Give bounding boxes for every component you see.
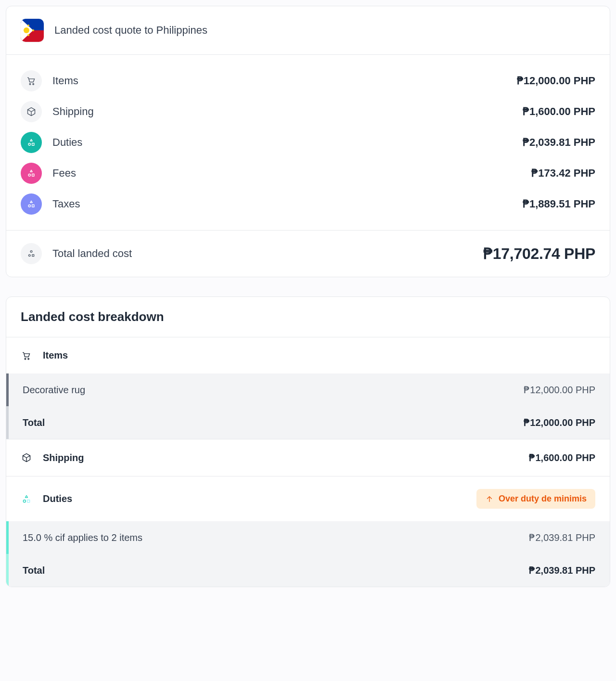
svg-rect-14: [27, 500, 30, 502]
duty-label: 15.0 % cif applies to 2 items: [23, 532, 529, 543]
cart-icon: [21, 70, 42, 91]
total-label: Total landed cost: [52, 247, 473, 260]
total-icon: [21, 243, 42, 264]
summary-total: Total landed cost ₱17,702.74 PHP: [6, 230, 610, 277]
row-value: ₱2,039.81 PHP: [523, 136, 595, 149]
breakdown-duties-row: 15.0 % cif applies to 2 items ₱2,039.81 …: [6, 521, 610, 554]
total-label: Total: [23, 417, 524, 428]
svg-point-4: [28, 174, 31, 177]
breakdown-items-header: Items: [6, 337, 610, 373]
de-minimis-badge: Over duty de minimis: [476, 489, 595, 509]
summary-card: Landed cost quote to Philippines Items ₱…: [6, 6, 610, 277]
flag-icon-philippines: [21, 19, 44, 42]
shapes-icon: [21, 494, 32, 504]
shapes-icon: [21, 163, 42, 184]
total-value: ₱17,702.74 PHP: [483, 244, 595, 263]
summary-row-duties: Duties ₱2,039.81 PHP: [21, 127, 595, 158]
svg-point-13: [23, 500, 26, 502]
badge-text: Over duty de minimis: [499, 494, 587, 504]
svg-point-2: [28, 143, 31, 146]
row-value: ₱1,600.00 PHP: [523, 105, 595, 118]
summary-header: Landed cost quote to Philippines: [6, 6, 610, 55]
total-value: ₱12,000.00 PHP: [524, 417, 595, 428]
row-label: Items: [52, 75, 506, 87]
item-label: Decorative rug: [23, 385, 524, 396]
summary-body: Items ₱12,000.00 PHP Shipping ₱1,600.00 …: [6, 55, 610, 230]
summary-title: Landed cost quote to Philippines: [54, 24, 207, 37]
duty-value: ₱2,039.81 PHP: [529, 532, 595, 543]
svg-point-0: [29, 83, 31, 85]
summary-row-fees: Fees ₱173.42 PHP: [21, 158, 595, 189]
row-label: Duties: [52, 136, 512, 149]
svg-point-8: [30, 251, 32, 253]
shapes-icon: [21, 193, 42, 215]
arrow-up-icon: [485, 495, 494, 503]
svg-point-11: [25, 358, 26, 360]
row-value: ₱12,000.00 PHP: [517, 75, 595, 87]
breakdown-shipping-header: Shipping ₱1,600.00 PHP: [6, 439, 610, 476]
breakdown-items-total: Total ₱12,000.00 PHP: [6, 406, 610, 439]
section-value: ₱1,600.00 PHP: [529, 452, 595, 463]
cart-icon: [21, 351, 32, 360]
svg-rect-5: [32, 174, 35, 177]
summary-row-shipping: Shipping ₱1,600.00 PHP: [21, 96, 595, 127]
total-value: ₱2,039.81 PHP: [529, 565, 595, 576]
item-value: ₱12,000.00 PHP: [524, 384, 595, 396]
section-label: Duties: [43, 493, 466, 504]
svg-rect-10: [32, 255, 34, 257]
breakdown-header: Landed cost breakdown: [6, 297, 610, 337]
package-icon: [21, 453, 32, 463]
row-label: Shipping: [52, 105, 512, 118]
row-value: ₱173.42 PHP: [531, 167, 595, 180]
svg-point-9: [28, 255, 30, 257]
breakdown-duties-total: Total ₱2,039.81 PHP: [6, 554, 610, 587]
row-value: ₱1,889.51 PHP: [523, 198, 595, 210]
shapes-icon: [21, 132, 42, 153]
section-label: Shipping: [43, 452, 518, 463]
svg-point-1: [33, 83, 34, 85]
svg-rect-3: [32, 143, 35, 146]
row-label: Taxes: [52, 198, 512, 210]
svg-point-6: [28, 205, 31, 207]
svg-rect-7: [32, 205, 35, 207]
package-icon: [21, 101, 42, 122]
breakdown-title: Landed cost breakdown: [21, 309, 164, 324]
summary-row-taxes: Taxes ₱1,889.51 PHP: [21, 189, 595, 219]
total-label: Total: [23, 565, 529, 576]
row-label: Fees: [52, 167, 521, 180]
breakdown-duties-header: Duties Over duty de minimis: [6, 476, 610, 521]
section-label: Items: [43, 350, 595, 361]
breakdown-card: Landed cost breakdown Items Decorative r…: [6, 296, 610, 587]
summary-row-items: Items ₱12,000.00 PHP: [21, 65, 595, 96]
breakdown-item-row: Decorative rug ₱12,000.00 PHP: [6, 373, 610, 406]
svg-point-12: [28, 358, 29, 360]
